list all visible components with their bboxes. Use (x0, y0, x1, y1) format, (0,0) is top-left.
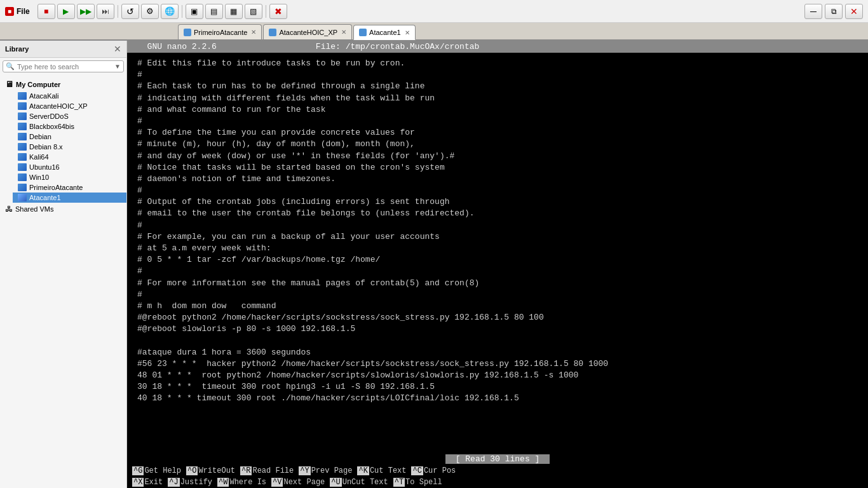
help-item-ctrl-r: ^R Read File (240, 466, 294, 475)
help-label: UnCut Text (342, 478, 388, 487)
close-btn[interactable]: ✕ (845, 4, 863, 19)
help-item-ctrl-o: ^O WriteOut (186, 466, 235, 475)
terminal-help-row-2: ^X Exit ^J Justify ^W Where Is ^V Next P… (127, 477, 868, 488)
terminal-help-row-1: ^G Get Help ^O WriteOut ^R Read File ^Y … (127, 465, 868, 477)
help-key-ctrl-t[interactable]: ^T (393, 478, 405, 487)
computer-icon: 🖥 (5, 79, 13, 89)
sidebar-title: Library (5, 45, 29, 53)
help-key-ctrl-u[interactable]: ^U (330, 478, 341, 487)
search-box: 🔍 ▼ (3, 60, 124, 72)
sidebar-item-ubuntu16[interactable]: Ubuntu16 (13, 162, 126, 172)
search-input[interactable] (17, 63, 112, 71)
sidebar-item-label-atacantehoic: AtacanteHOIC_XP (29, 102, 88, 110)
help-key-ctrl-w[interactable]: ^W (217, 478, 229, 487)
sidebar-item-label-kali64: Kali64 (29, 153, 49, 161)
vm-icon-kali64 (18, 153, 27, 161)
help-key-ctrl-j[interactable]: ^J (168, 478, 179, 487)
help-key-ctrl-g[interactable]: ^G (132, 466, 144, 475)
help-key-ctrl-k[interactable]: ^K (357, 466, 369, 475)
sidebar-item-label-debian8x: Debian 8.x (29, 143, 63, 151)
content-area: GNU nano 2.2.6 File: /tmp/crontab.MucOAx… (127, 41, 868, 488)
sidebar-item-win10[interactable]: Win10 (13, 172, 126, 182)
help-label: Cur Pos (424, 466, 456, 475)
help-label: Prev Page (311, 466, 353, 475)
tab-primeiroatacante[interactable]: PrimeiroAtacante ✕ (178, 24, 262, 39)
tab-close-1[interactable]: ✕ (251, 29, 256, 36)
sidebar-item-primeiroatacante[interactable]: PrimeiroAtacante (13, 182, 126, 193)
vm-icon-atacakali (18, 92, 27, 100)
sidebar-item-label-serverddos: ServerDDoS (29, 112, 69, 120)
help-item-ctrl-k: ^K Cut Text (357, 466, 406, 475)
terminal-content[interactable]: # Edit this file to introduce tasks to b… (127, 53, 868, 453)
help-key-ctrl-v[interactable]: ^V (271, 478, 283, 487)
tree-root-label: My Computer (16, 81, 60, 88)
toolbar-play-btn[interactable]: ▶▶ (77, 4, 95, 19)
terminal-title-bar: GNU nano 2.2.6 File: /tmp/crontab.MucOAx… (127, 41, 868, 53)
tab-bar: PrimeiroAtacante ✕ AtacanteHOIC_XP ✕ Ata… (0, 23, 868, 41)
tree-root-mycomputer[interactable]: 🖥 My Computer (0, 78, 126, 91)
help-label: Cut Text (370, 466, 407, 475)
help-key-ctrl-r[interactable]: ^R (240, 466, 252, 475)
sidebar-item-shared-vms[interactable]: 🖧 Shared VMs (0, 203, 126, 215)
tab-close-2[interactable]: ✕ (341, 29, 346, 36)
app-title: File (17, 7, 30, 16)
vm-icon-atacante1 (18, 194, 27, 201)
toolbar-window2-btn[interactable]: ▤ (205, 4, 223, 19)
help-label: Exit (144, 478, 163, 487)
vm-icon-win10 (18, 173, 27, 181)
help-item-ctrl-c: ^C Cur Pos (411, 466, 456, 475)
help-key-ctrl-c[interactable]: ^C (411, 466, 423, 475)
toolbar-window4-btn[interactable]: ▧ (245, 4, 262, 19)
sidebar-item-debian[interactable]: Debian (13, 132, 126, 142)
sidebar-item-serverddos[interactable]: ServerDDoS (13, 111, 126, 121)
toolbar-globe-btn[interactable]: 🌐 (161, 4, 179, 19)
toolbar-sep1 (118, 5, 118, 18)
tree: 🖥 My Computer AtacaKali AtacanteHOIC_XP … (0, 75, 126, 488)
vm-icon-primeiroatacante (18, 184, 27, 191)
toolbar-record-btn[interactable]: ▶ (57, 4, 75, 19)
sidebar-item-debian8x[interactable]: Debian 8.x (13, 142, 126, 152)
sidebar-item-label-ubuntu16: Ubuntu16 (29, 163, 60, 171)
tab-atacantehoic[interactable]: AtacanteHOIC_XP ✕ (263, 24, 352, 39)
sidebar-item-atacante1[interactable]: Atacante1 (13, 193, 126, 203)
tab-close-3[interactable]: ✕ (405, 29, 410, 36)
help-label: Where Is (229, 478, 266, 487)
sidebar-close-btn[interactable]: ✕ (114, 44, 121, 53)
sidebar-item-kali64[interactable]: Kali64 (13, 152, 126, 162)
help-item-ctrl-t: ^T To Spell (393, 478, 442, 487)
minimize-btn[interactable]: ─ (804, 4, 822, 19)
sidebar-item-label-primeiroatacante: PrimeiroAtacante (29, 184, 83, 191)
help-key-ctrl-y[interactable]: ^Y (299, 466, 310, 475)
restore-btn[interactable]: ⧉ (825, 4, 843, 19)
help-key-ctrl-x[interactable]: ^X (132, 478, 144, 487)
toolbar-settings-btn[interactable]: ⚙ (141, 4, 159, 19)
shared-label: Shared VMs (15, 205, 54, 213)
search-dropdown-btn[interactable]: ▼ (114, 63, 121, 70)
toolbar-skip-btn[interactable]: ⏭ (97, 4, 114, 19)
vm-icon-blackbox64bis (18, 123, 27, 130)
help-item-ctrl-x: ^X Exit (132, 478, 163, 487)
tab-atacante1[interactable]: Atacante1 ✕ (353, 25, 416, 40)
help-item-ctrl-u: ^U UnCut Text (330, 478, 388, 487)
toolbar-stop2-btn[interactable]: ✖ (269, 4, 287, 19)
app-icon: ■ (5, 7, 14, 16)
help-label: Get Help (144, 466, 181, 475)
vm-icon-atacantehoic (18, 102, 27, 110)
toolbar-window1-btn[interactable]: ▣ (186, 4, 203, 19)
vm-icon-debian8x (18, 143, 27, 151)
tab-icon-3 (359, 29, 367, 36)
sidebar-item-blackbox64bis[interactable]: Blackbox64bis (13, 121, 126, 132)
toolbar-window3-btn[interactable]: ▦ (225, 4, 243, 19)
tab-icon-1 (184, 29, 191, 36)
vm-icon-ubuntu16 (18, 163, 27, 171)
help-key-ctrl-o[interactable]: ^O (186, 466, 198, 475)
shared-icon: 🖧 (5, 205, 13, 214)
sidebar-item-atacakali[interactable]: AtacaKali (13, 91, 126, 101)
toolbar-stop-btn[interactable]: ■ (37, 4, 55, 19)
sidebar: Library ✕ 🔍 ▼ 🖥 My Computer AtacaKali At… (0, 41, 127, 488)
help-label: Next Page (283, 478, 325, 487)
sidebar-item-label-blackbox64bis: Blackbox64bis (29, 123, 74, 130)
sidebar-item-atacantehoic[interactable]: AtacanteHOIC_XP (13, 101, 126, 111)
toolbar-refresh-btn[interactable]: ↺ (121, 4, 139, 19)
help-label: WriteOut (198, 466, 235, 475)
